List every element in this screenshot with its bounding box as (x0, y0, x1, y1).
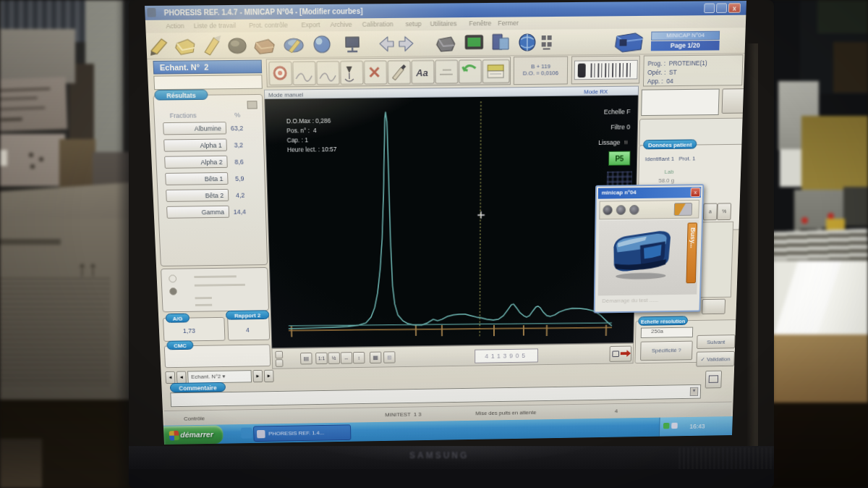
svg-text:Aa: Aa (415, 67, 428, 78)
